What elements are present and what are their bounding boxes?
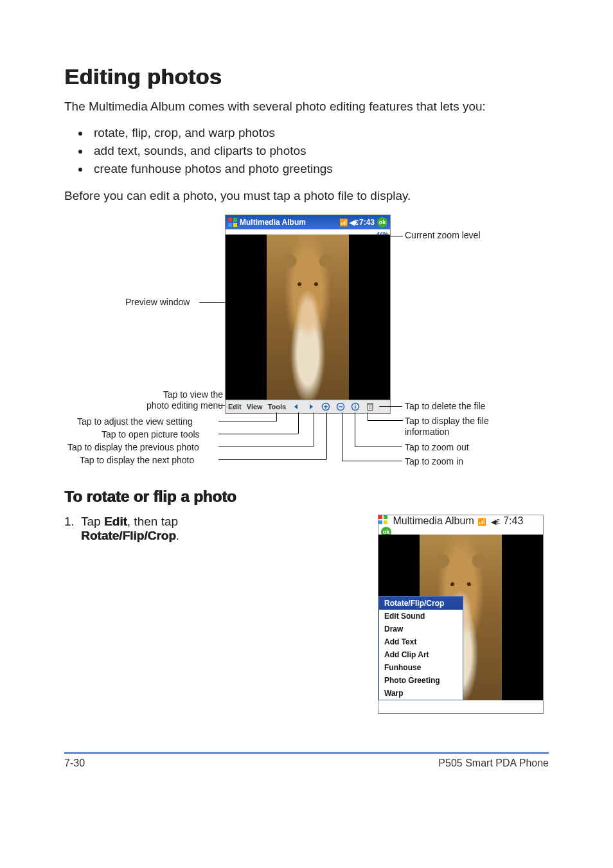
prev-photo-icon[interactable] [289,403,303,411]
menu-item-funhouse[interactable]: Funhouse [379,661,463,674]
clock: 7:43 [359,218,375,227]
delete-icon[interactable] [362,402,377,411]
zoom-in-icon[interactable] [318,402,333,411]
speaker-icon: ◀€ [491,518,500,526]
menu-item-editsound[interactable]: Edit Sound [379,610,463,623]
info-icon[interactable] [348,402,362,411]
callout-preview: Preview window [125,297,190,308]
svg-rect-8 [368,404,373,411]
pda-titlebar: Multimedia Album 📶 ◀€ 7:43 ok [226,215,390,229]
svg-point-6 [355,405,356,406]
step-number: 1. [64,515,81,543]
page-footer: 7-30 P505 Smart PDA Phone [64,752,549,769]
feature-item: rotate, flip, crop, and warp photos [90,126,549,140]
book-title: P505 Smart PDA Phone [438,757,549,769]
windows-icon [378,515,387,524]
page-number: 7-30 [64,757,85,769]
pda-toolbar: Edit View Tools [226,400,390,413]
signal-icon: 📶 [339,218,348,227]
edit-context-menu: Rotate/Flip/Crop Edit Sound Draw Add Tex… [378,596,463,700]
menu-item-addtext[interactable]: Add Text [379,635,463,648]
svg-rect-7 [355,406,355,409]
app-title: Multimedia Album [393,515,474,526]
callout-picture-tools: Tap to open picture tools [102,429,200,440]
lioness-photo [267,235,349,400]
feature-item: create funhouse photos and photo greetin… [90,162,549,176]
menu-item-draw[interactable]: Draw [379,623,463,635]
callout-prev-photo: Tap to display the previous photo [67,442,199,453]
pda-screenshot-2: Multimedia Album 📶 ◀€ 7:43 ok 44% Rotate… [378,515,544,714]
step-row: 1. Tap Edit, then tap Rotate/Flip/Crop. … [64,515,549,714]
callout-delete: Tap to delete the file [405,401,485,412]
pda-diagram: Multimedia Album 📶 ◀€ 7:43 ok 44% Edit V… [64,215,553,472]
step-fragment: . [176,529,179,542]
step-fragment: , then tap [127,515,178,528]
pda-screenshot: Multimedia Album 📶 ◀€ 7:43 ok 44% Edit V… [225,215,391,414]
edit-menu-button[interactable]: Edit [226,403,244,411]
callout-menu: Tap to view the photo editing menu [147,389,223,411]
step-keyword-cmd: Rotate/Flip/Crop [81,529,176,542]
callout-next-photo: Tap to display the next photo [80,455,194,466]
features-list: rotate, flip, crop, and warp photos add … [90,126,549,176]
view-menu-button[interactable]: View [244,403,265,411]
step-text: Tap Edit, then tap Rotate/Flip/Crop. [81,515,365,543]
feature-item: add text, sounds, and cliparts to photos [90,144,549,158]
menu-item-addclipart[interactable]: Add Clip Art [379,648,463,661]
step-keyword-edit: Edit [104,515,127,528]
clock: 7:43 [503,515,523,526]
menu-item-rotate[interactable]: Rotate/Flip/Crop [379,597,463,610]
svg-rect-9 [367,403,373,405]
step-fragment: Tap [81,515,104,528]
signal-icon: 📶 [477,518,486,526]
pda2-titlebar: Multimedia Album 📶 ◀€ 7:43 ok [378,515,543,537]
menu-item-photogreeting[interactable]: Photo Greeting [379,674,463,687]
menu-item-warp[interactable]: Warp [379,687,463,700]
speaker-icon: ◀€ [350,218,359,227]
callout-zoom-out: Tap to zoom out [405,442,469,453]
intro-text: The Multimedia Album comes with several … [64,98,549,116]
ok-button[interactable]: ok [377,217,387,227]
callout-zoom-in: Tap to zoom in [405,456,463,467]
callout-view-setting: Tap to adjust the view setting [77,416,193,427]
sub-heading: To rotate or flip a photo [64,488,549,506]
callout-zoom: Current zoom level [405,230,481,241]
photo-preview[interactable] [226,235,390,400]
zoom-out-icon[interactable] [333,402,348,411]
section-heading: Editing photos [64,64,549,89]
app-title: Multimedia Album [240,218,306,227]
step-1: 1. Tap Edit, then tap Rotate/Flip/Crop. [64,515,365,543]
tools-menu-button[interactable]: Tools [265,403,289,411]
callout-info: Tap to display the file information [405,416,514,438]
windows-icon [228,218,237,227]
next-photo-icon[interactable] [303,403,318,411]
pre-edit-note: Before you can edit a photo, you must ta… [64,188,549,205]
